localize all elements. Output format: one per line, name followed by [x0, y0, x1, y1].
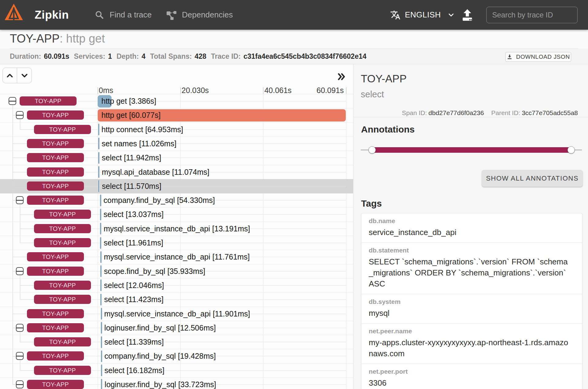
span-row[interactable]: TOY-APPselect [11.570ms]: [0, 179, 353, 193]
span-row[interactable]: TOY-APPmysql.service_instance_db_api [11…: [0, 307, 353, 321]
tree-connector-line: [20, 342, 34, 342]
span-row[interactable]: TOY-APPhttp get [60.077s]: [0, 108, 353, 122]
service-badge[interactable]: TOY-APP: [27, 139, 84, 148]
service-badge[interactable]: TOY-APP: [34, 210, 91, 219]
service-badge[interactable]: TOY-APP: [34, 295, 91, 304]
download-json-label: DOWNLOAD JSON: [516, 54, 570, 60]
upload-icon[interactable]: [460, 8, 475, 22]
service-badge[interactable]: TOY-APP: [34, 238, 91, 247]
previous-span-button[interactable]: [3, 68, 17, 83]
span-row[interactable]: TOY-APPselect [11.339ms]: [0, 335, 353, 349]
chevron-down-icon: [21, 72, 28, 80]
collapse-children-toggle[interactable]: [16, 380, 24, 388]
search-trace-id-input[interactable]: [486, 7, 578, 23]
tree-connector-line: [13, 384, 16, 385]
span-duration-tick[interactable]: [100, 251, 102, 263]
span-row[interactable]: TOY-APPselect [12.046ms]: [0, 278, 353, 293]
span-row[interactable]: TOY-APPselect [11.942ms]: [0, 151, 353, 165]
span-duration-tick[interactable]: [101, 350, 103, 362]
nav-find-a-trace[interactable]: Find a trace: [95, 0, 152, 30]
service-badge[interactable]: TOY-APP: [27, 323, 84, 332]
span-row[interactable]: TOY-APPscope.find_by_sql [35.933ms]: [0, 264, 353, 279]
service-badge[interactable]: TOY-APP: [27, 267, 84, 276]
collapse-children-toggle[interactable]: [9, 97, 16, 105]
span-row[interactable]: TOY-APPmysql.api_database [11.074ms]: [0, 165, 353, 179]
span-duration-tick[interactable]: [100, 294, 102, 305]
span-row[interactable]: TOY-APPcompany.find_by_sql [19.428ms]: [0, 349, 353, 363]
span-duration-tick[interactable]: [100, 265, 102, 277]
slider-handle-start[interactable]: [368, 146, 376, 154]
span-duration-tick[interactable]: [101, 365, 103, 376]
span-row[interactable]: TOY-APPhttp connect [64.953ms]: [0, 122, 353, 137]
span-duration-tick[interactable]: [100, 336, 102, 348]
tree-connector-line: [20, 332, 20, 342]
collapse-panel-button[interactable]: [336, 71, 347, 82]
service-badge[interactable]: TOY-APP: [20, 96, 77, 106]
span-row[interactable]: TOY-APPset names [11.026ms]: [0, 137, 353, 151]
span-duration-tick[interactable]: [100, 308, 102, 320]
tag-item-db-name: db.nameservice_instance_db_api: [361, 213, 582, 243]
span-duration-tick[interactable]: [98, 166, 100, 178]
span-row[interactable]: TOY-APPmysql.service_instance_db_api [13…: [0, 222, 353, 236]
service-badge[interactable]: TOY-APP: [34, 337, 91, 346]
service-badge[interactable]: TOY-APP: [27, 380, 84, 389]
tag-key: db.statement: [369, 247, 575, 254]
span-row[interactable]: TOY-APPselect [16.182ms]: [0, 363, 353, 378]
service-badge[interactable]: TOY-APP: [27, 181, 84, 191]
span-duration-tick[interactable]: [98, 180, 100, 192]
service-badge[interactable]: TOY-APP: [27, 110, 84, 120]
span-row[interactable]: TOY-APPselect [11.423ms]: [0, 292, 353, 307]
service-badge[interactable]: TOY-APP: [34, 224, 91, 233]
service-badge[interactable]: TOY-APP: [27, 196, 84, 205]
span-duration-tick[interactable]: [100, 279, 102, 291]
tree-connector-line: [13, 144, 27, 144]
tag-value: mysql: [369, 308, 570, 319]
tag-value: 3306: [369, 377, 570, 388]
collapse-children-toggle[interactable]: [16, 324, 24, 332]
span-row[interactable]: TOY-APPcompany.find_by_sql [54.330ms]: [0, 193, 353, 208]
span-row[interactable]: TOY-APPloginuser.find_by_sql [33.723ms]: [0, 377, 353, 389]
show-all-annotations-button[interactable]: SHOW ALL ANNOTATIONS: [482, 170, 583, 187]
span-label: select [12.046ms]: [104, 278, 164, 293]
span-row[interactable]: TOY-APPselect [13.037ms]: [0, 207, 353, 222]
download-json-button[interactable]: DOWNLOAD JSON: [505, 52, 571, 62]
span-duration-tick[interactable]: [100, 195, 102, 206]
span-row[interactable]: TOY-APPhttp get [3.386s]: [0, 94, 353, 108]
tag-key: net.peer.name: [369, 327, 575, 335]
span-duration-tick[interactable]: [100, 237, 102, 249]
span-row[interactable]: TOY-APPselect [11.961ms]: [0, 236, 353, 250]
span-duration-tick[interactable]: [98, 138, 100, 149]
span-label: http get [60.077s]: [101, 108, 160, 122]
collapse-children-toggle[interactable]: [16, 267, 24, 275]
collapse-children-toggle[interactable]: [16, 352, 24, 360]
span-row[interactable]: TOY-APPloginuser.find_by_sql [12.506ms]: [0, 321, 353, 335]
service-badge[interactable]: TOY-APP: [27, 153, 84, 162]
zipkin-logo-icon[interactable]: [4, 3, 23, 27]
service-badge[interactable]: TOY-APP: [27, 252, 84, 261]
service-badge[interactable]: TOY-APP: [27, 351, 84, 361]
span-duration-tick[interactable]: [98, 152, 100, 164]
span-duration-tick[interactable]: [100, 322, 102, 334]
summary-label: Depth:: [116, 52, 139, 61]
nav-dependencies[interactable]: Dependencies: [166, 0, 233, 30]
next-span-button[interactable]: [17, 68, 32, 83]
service-badge[interactable]: TOY-APP: [27, 167, 84, 177]
span-row[interactable]: TOY-APPmysql.service_instance_db_api [11…: [0, 250, 353, 264]
span-duration-tick[interactable]: [101, 379, 103, 389]
service-badge[interactable]: TOY-APP: [34, 366, 91, 375]
annotations-heading: Annotations: [361, 124, 415, 135]
collapse-children-toggle[interactable]: [16, 196, 24, 204]
tree-connector-line: [13, 186, 27, 186]
span-duration-tick[interactable]: [98, 124, 100, 135]
tag-item-db-system: db.systemmysql: [361, 294, 582, 324]
service-badge[interactable]: TOY-APP: [34, 125, 91, 134]
span-duration-tick[interactable]: [100, 223, 102, 234]
tree-connector-line: [13, 200, 16, 200]
language-selector[interactable]: ENGLISH: [390, 0, 455, 30]
collapse-children-toggle[interactable]: [16, 111, 24, 119]
ruler-tick-mark: [263, 87, 263, 94]
service-badge[interactable]: TOY-APP: [34, 281, 91, 290]
slider-handle-end[interactable]: [567, 146, 575, 154]
span-duration-tick[interactable]: [100, 209, 102, 220]
service-badge[interactable]: TOY-APP: [27, 309, 84, 318]
